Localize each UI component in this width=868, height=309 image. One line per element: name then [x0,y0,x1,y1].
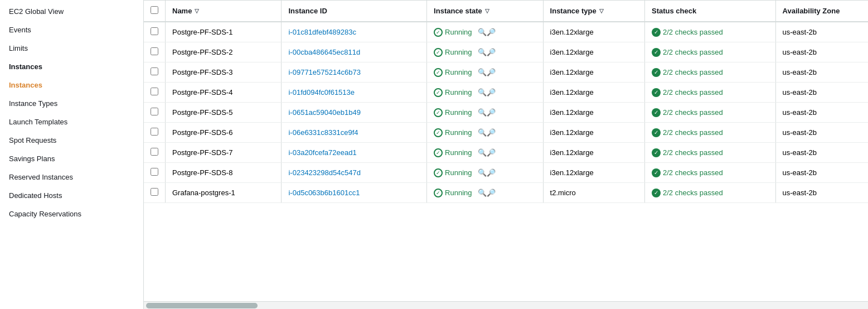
row-checkbox[interactable] [151,148,158,156]
zoom-icons[interactable]: 🔍🔎 [478,88,496,96]
row-checkbox-cell[interactable] [144,183,166,203]
row-checkbox-cell[interactable] [144,83,166,103]
row-checkbox[interactable] [151,67,158,75]
row-checkbox[interactable] [151,188,158,196]
check-icon: ✓ [652,68,661,77]
row-checkbox[interactable] [151,88,158,95]
instances-table-wrapper[interactable]: Name ▽ Instance ID Instance state ▽ [144,0,868,301]
row-checkbox[interactable] [151,128,158,136]
sidebar-item-spot-requests[interactable]: Spot Requests [0,131,143,149]
col-header-instance-id: Instance ID [282,1,427,22]
col-header-instance-type[interactable]: Instance type ▽ [543,1,644,22]
instance-name: Grafana-postgres-1 [166,183,282,203]
row-checkbox-cell[interactable] [144,62,166,83]
select-all-checkbox[interactable] [151,6,158,14]
running-icon: ✓ [434,108,443,117]
instance-id-link[interactable]: i-01fd094fc0f61513e [288,88,355,96]
sidebar-item-savings-plans[interactable]: Savings Plans [0,149,143,168]
instance-state-cell: ✓ Running 🔍🔎 [427,42,543,62]
sidebar-item-launch-templates[interactable]: Launch Templates [0,113,143,131]
instance-id-link[interactable]: i-0d5c063b6b1601cc1 [288,189,360,197]
sidebar-item-instance-types[interactable]: Instance Types [0,94,143,113]
row-checkbox-cell[interactable] [144,123,166,143]
instance-id-cell[interactable]: i-01fd094fc0f61513e [282,83,427,103]
state-label: Running [445,108,472,117]
instance-id-cell[interactable]: i-03a20fcefa72eead1 [282,143,427,163]
col-header-name[interactable]: Name ▽ [166,1,282,22]
instance-name: Postgre-PF-SDS-7 [166,143,282,163]
availability-zone-cell: us-east-2b [775,103,868,123]
table-row: Grafana-postgres-1i-0d5c063b6b1601cc1 ✓ … [144,183,868,203]
state-badge: ✓ Running [434,48,472,57]
instance-type-cell: i3en.12xlarge [543,83,644,103]
instance-id-cell[interactable]: i-0d5c063b6b1601cc1 [282,183,427,203]
zoom-icons[interactable]: 🔍🔎 [478,168,496,177]
check-icon: ✓ [652,128,661,137]
instance-id-cell[interactable]: i-0651ac59040eb1b49 [282,103,427,123]
zoom-icons[interactable]: 🔍🔎 [478,28,496,36]
select-all-header[interactable] [144,1,166,22]
row-checkbox[interactable] [151,108,158,115]
instance-type-cell: i3en.12xlarge [543,62,644,83]
availability-zone-cell: us-east-2b [775,62,868,83]
state-sort-icon: ▽ [485,8,489,14]
status-check-label: 2/2 checks passed [663,189,723,197]
col-header-instance-state[interactable]: Instance state ▽ [427,1,543,22]
instance-id-link[interactable]: i-09771e575214c6b73 [288,68,360,76]
table-row: Postgre-PF-SDS-2i-00cba486645ec811d ✓ Ru… [144,42,868,62]
sidebar-item-instances[interactable]: Instances [0,76,143,94]
instance-id-link[interactable]: i-06e6331c8331ce9f4 [288,128,358,137]
instance-id-link[interactable]: i-00cba486645ec811d [288,48,360,56]
state-badge: ✓ Running [434,68,472,77]
running-icon: ✓ [434,88,443,97]
row-checkbox-cell[interactable] [144,42,166,62]
sidebar-item-ec2-global-view[interactable]: EC2 Global View [0,2,143,21]
table-row: Postgre-PF-SDS-7i-03a20fcefa72eead1 ✓ Ru… [144,143,868,163]
row-checkbox-cell[interactable] [144,22,166,42]
row-checkbox-cell[interactable] [144,143,166,163]
check-icon: ✓ [652,148,661,157]
state-badge: ✓ Running [434,168,472,177]
instance-name: Postgre-PF-SDS-8 [166,163,282,183]
row-checkbox[interactable] [151,168,158,176]
sidebar: EC2 Global ViewEventsLimitsInstancesInst… [0,0,144,309]
running-icon: ✓ [434,28,443,37]
status-check-label: 2/2 checks passed [663,28,723,36]
sidebar-item-events[interactable]: Events [0,21,143,39]
check-icon: ✓ [652,88,661,97]
instance-state-cell: ✓ Running 🔍🔎 [427,183,543,203]
row-checkbox[interactable] [151,27,158,35]
state-label: Running [445,28,472,36]
row-checkbox-cell[interactable] [144,103,166,123]
status-check-cell: ✓ 2/2 checks passed [645,163,776,183]
instance-id-cell[interactable]: i-023423298d54c547d [282,163,427,183]
sidebar-item-reserved-instances[interactable]: Reserved Instances [0,168,143,186]
zoom-icons[interactable]: 🔍🔎 [478,189,496,197]
instance-id-link[interactable]: i-03a20fcefa72eead1 [288,148,356,157]
zoom-icons[interactable]: 🔍🔎 [478,48,496,56]
instances-table: Name ▽ Instance ID Instance state ▽ [144,1,868,203]
status-check-cell: ✓ 2/2 checks passed [645,123,776,143]
zoom-icons[interactable]: 🔍🔎 [478,128,496,137]
zoom-icons[interactable]: 🔍🔎 [478,148,496,157]
check-icon: ✓ [652,189,661,197]
instance-id-link[interactable]: i-0651ac59040eb1b49 [288,108,360,117]
availability-zone-cell: us-east-2b [775,22,868,42]
state-badge: ✓ Running [434,88,472,97]
instance-id-cell[interactable]: i-06e6331c8331ce9f4 [282,123,427,143]
sidebar-item-dedicated-hosts[interactable]: Dedicated Hosts [0,186,143,205]
row-checkbox[interactable] [151,47,158,55]
zoom-icons[interactable]: 🔍🔎 [478,108,496,117]
sidebar-item-capacity-reservations[interactable]: Capacity Reservations [0,205,143,223]
sidebar-item-limits[interactable]: Limits [0,39,143,57]
instance-id-cell[interactable]: i-09771e575214c6b73 [282,62,427,83]
instance-id-link[interactable]: i-023423298d54c547d [288,168,360,177]
table-row: Postgre-PF-SDS-4i-01fd094fc0f61513e ✓ Ru… [144,83,868,103]
instance-id-link[interactable]: i-01c81dfebf489283c [288,28,356,36]
scroll-thumb[interactable] [146,303,258,308]
horizontal-scrollbar[interactable] [144,301,868,309]
instance-id-cell[interactable]: i-01c81dfebf489283c [282,22,427,42]
row-checkbox-cell[interactable] [144,163,166,183]
instance-id-cell[interactable]: i-00cba486645ec811d [282,42,427,62]
zoom-icons[interactable]: 🔍🔎 [478,68,496,76]
